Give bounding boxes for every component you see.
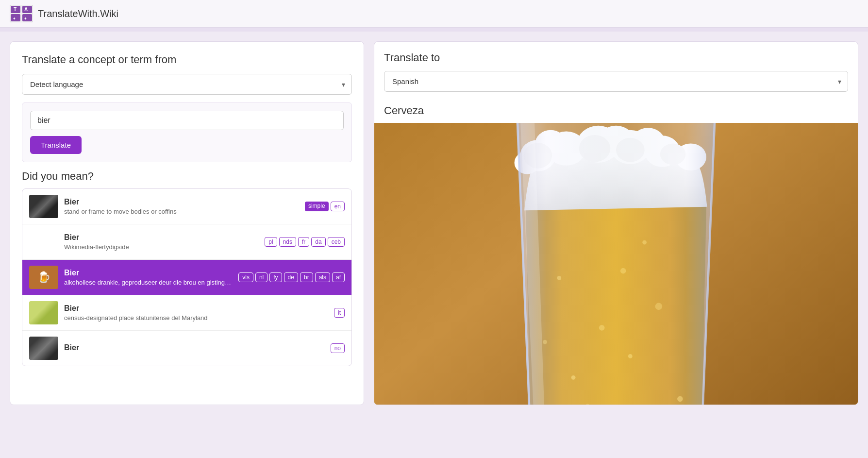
svg-text:✦: ✦ — [24, 17, 27, 21]
result-title: Bier — [64, 343, 325, 352]
tag-br: br — [300, 272, 313, 282]
to-language-wrapper: Spanish English French German ▾ — [384, 71, 848, 92]
right-panel: Translate to Spanish English French Germ… — [374, 41, 858, 405]
tag-simple: simple — [305, 202, 329, 211]
from-language-wrapper: Detect language English Spanish French G… — [22, 74, 352, 95]
main-layout: Translate a concept or term from Detect … — [0, 32, 868, 415]
svg-text:T: T — [14, 7, 17, 12]
results-list: Bier stand or frame to move bodies or co… — [22, 188, 352, 366]
result-thumbnail — [29, 301, 58, 324]
result-item[interactable]: Bier Wikimedia-flertydigside pl nds fr d… — [22, 224, 351, 260]
result-content: Bier census-designated place statunitens… — [64, 304, 328, 322]
tag-ceb: ceb — [328, 237, 345, 247]
did-you-mean-title: Did you mean? — [22, 170, 352, 183]
tag-af: af — [332, 272, 345, 282]
translate-button[interactable]: Translate — [30, 136, 82, 154]
result-tags: pl nds fr da ceb — [265, 237, 345, 247]
tag-nds: nds — [279, 237, 296, 247]
tag-de: de — [284, 272, 298, 282]
result-item[interactable]: Bier census-designated place statunitens… — [22, 295, 351, 331]
result-content: Bier alkoholiese drankie, geproduseer de… — [64, 269, 233, 286]
tag-da: da — [311, 237, 325, 247]
beer-glass-svg — [374, 123, 858, 405]
right-header: Translate to Spanish English French Germ… — [374, 42, 858, 104]
tag-fr: fr — [298, 237, 309, 247]
result-tags: vls nl fy de br als af — [238, 272, 345, 282]
site-title: TranslateWith.Wiki — [38, 8, 118, 19]
top-bar — [0, 28, 868, 32]
tag-no: no — [331, 343, 345, 353]
result-item-highlighted[interactable]: Bier alkoholiese drankie, geproduseer de… — [22, 260, 351, 295]
result-description: census-designated place statunitense del… — [64, 314, 328, 322]
search-input[interactable] — [30, 111, 344, 130]
result-title: Bier — [64, 304, 328, 313]
beer-image — [374, 123, 858, 405]
result-tags: no — [331, 343, 345, 353]
result-thumbnail — [29, 337, 58, 360]
result-content: Bier Wikimedia-flertydigside — [64, 233, 259, 251]
svg-text:A: A — [24, 7, 28, 12]
site-header: T A ✦ ✦ TranslateWith.Wiki — [0, 0, 868, 28]
tag-fy: fy — [269, 272, 282, 282]
result-item[interactable]: Bier stand or frame to move bodies or co… — [22, 189, 351, 224]
tag-als: als — [315, 272, 330, 282]
result-title: Bier — [64, 198, 299, 206]
result-tags: simple en — [305, 202, 345, 211]
result-thumbnail — [29, 266, 58, 289]
result-title: Bier — [64, 269, 233, 277]
from-title: Translate a concept or term from — [22, 53, 352, 66]
result-no-thumbnail — [29, 230, 58, 254]
to-language-select[interactable]: Spanish English French German — [384, 71, 848, 92]
result-content: Bier — [64, 343, 325, 354]
result-tags: it — [334, 308, 345, 318]
result-description: stand or frame to move bodies or coffins — [64, 208, 299, 215]
result-description: Wikimedia-flertydigside — [64, 243, 259, 251]
input-section: Translate — [22, 102, 352, 162]
translate-to-title: Translate to — [384, 51, 848, 64]
result-title: Bier — [64, 233, 259, 242]
tag-vls: vls — [238, 272, 253, 282]
tag-en: en — [331, 202, 345, 211]
tag-pl: pl — [265, 237, 277, 247]
svg-text:✦: ✦ — [13, 17, 16, 21]
translation-result: Cerveza — [374, 104, 858, 123]
tag-nl: nl — [255, 272, 267, 282]
tag-it: it — [334, 308, 345, 318]
from-language-select[interactable]: Detect language English Spanish French G… — [22, 74, 352, 95]
result-description: alkoholiese drankie, geproduseer deur di… — [64, 279, 233, 286]
result-content: Bier stand or frame to move bodies or co… — [64, 198, 299, 215]
result-item[interactable]: Bier no — [22, 331, 351, 366]
logo-icon: T A ✦ ✦ — [10, 5, 33, 22]
result-thumbnail — [29, 195, 58, 218]
left-panel: Translate a concept or term from Detect … — [10, 41, 364, 405]
